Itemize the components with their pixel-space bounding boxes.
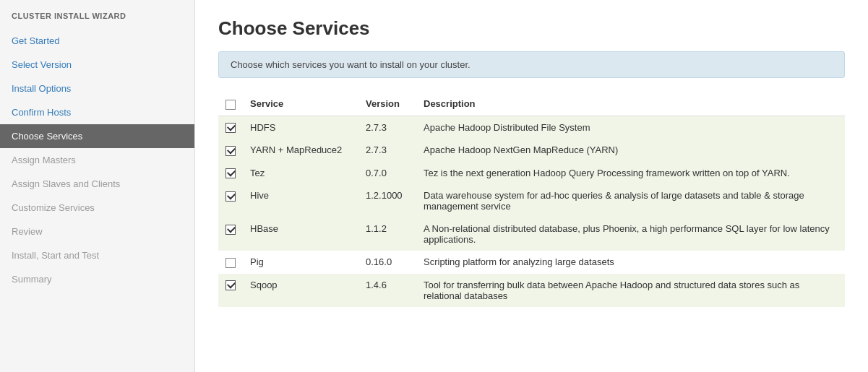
service-description: Apache Hadoop NextGen MapReduce (YARN): [416, 139, 845, 162]
sidebar-item-assign-masters: Assign Masters: [0, 148, 194, 172]
service-name: Tez: [243, 162, 358, 185]
table-row: Tez0.7.0Tez is the next generation Hadoo…: [218, 162, 845, 185]
sidebar-item-install-options[interactable]: Install Options: [0, 77, 194, 100]
page-title: Choose Services: [218, 17, 845, 40]
service-checkbox-sqoop[interactable]: [225, 280, 236, 290]
service-description: Data warehouse system for ad-hoc queries…: [416, 184, 845, 217]
sidebar-item-review: Review: [0, 220, 194, 243]
service-name: Pig: [243, 251, 358, 274]
services-table: Service Version Description HDFS2.7.3Apa…: [218, 92, 845, 307]
header-check: [218, 92, 243, 116]
service-name: Sqoop: [243, 274, 358, 307]
table-row: HDFS2.7.3Apache Hadoop Distributed File …: [218, 116, 845, 139]
service-checkbox-hdfs[interactable]: [225, 123, 236, 133]
service-description: Scripting platform for analyzing large d…: [416, 251, 845, 274]
sidebar-item-customize-services: Customize Services: [0, 196, 194, 220]
service-description: Tool for transferring bulk data between …: [416, 274, 845, 307]
service-name: HBase: [243, 217, 358, 251]
service-name: Hive: [243, 184, 358, 217]
service-version: 2.7.3: [358, 116, 416, 139]
service-checkbox-pig[interactable]: [225, 258, 236, 268]
service-version: 2.7.3: [358, 139, 416, 162]
service-version: 1.4.6: [358, 274, 416, 307]
service-checkbox-hive[interactable]: [225, 191, 236, 202]
main-content: Choose Services Choose which services yo…: [195, 0, 868, 372]
service-version: 0.7.0: [358, 162, 416, 185]
sidebar-item-choose-services[interactable]: Choose Services: [0, 124, 194, 148]
service-checkbox-hbase[interactable]: [225, 225, 236, 235]
info-bar: Choose which services you want to instal…: [218, 51, 845, 78]
sidebar-item-confirm-hosts[interactable]: Confirm Hosts: [0, 100, 194, 124]
service-checkbox-yarn-+-mapreduce2[interactable]: [225, 146, 236, 156]
service-name: HDFS: [243, 116, 358, 139]
table-row: Sqoop1.4.6Tool for transferring bulk dat…: [218, 274, 845, 307]
header-version: Version: [358, 92, 416, 116]
service-description: Tez is the next generation Hadoop Query …: [416, 162, 845, 185]
header-description: Description: [416, 92, 845, 116]
select-all-checkbox[interactable]: [225, 100, 236, 110]
sidebar-item-summary: Summary: [0, 267, 194, 291]
service-version: 1.1.2: [358, 217, 416, 251]
sidebar-item-install-start-test: Install, Start and Test: [0, 243, 194, 267]
sidebar-item-assign-slaves: Assign Slaves and Clients: [0, 172, 194, 196]
service-description: A Non-relational distributed database, p…: [416, 217, 845, 251]
table-row: Pig0.16.0Scripting platform for analyzin…: [218, 251, 845, 274]
service-checkbox-tez[interactable]: [225, 168, 236, 178]
sidebar-title: CLUSTER INSTALL WIZARD: [0, 12, 194, 29]
service-version: 1.2.1000: [358, 184, 416, 217]
service-description: Apache Hadoop Distributed File System: [416, 116, 845, 139]
sidebar: CLUSTER INSTALL WIZARD Get StartedSelect…: [0, 0, 195, 372]
table-row: HBase1.1.2A Non-relational distributed d…: [218, 217, 845, 251]
service-version: 0.16.0: [358, 251, 416, 274]
table-row: YARN + MapReduce22.7.3Apache Hadoop Next…: [218, 139, 845, 162]
service-name: YARN + MapReduce2: [243, 139, 358, 162]
table-row: Hive1.2.1000Data warehouse system for ad…: [218, 184, 845, 217]
header-service: Service: [243, 92, 358, 116]
sidebar-item-select-version[interactable]: Select Version: [0, 53, 194, 77]
sidebar-item-get-started[interactable]: Get Started: [0, 29, 194, 53]
